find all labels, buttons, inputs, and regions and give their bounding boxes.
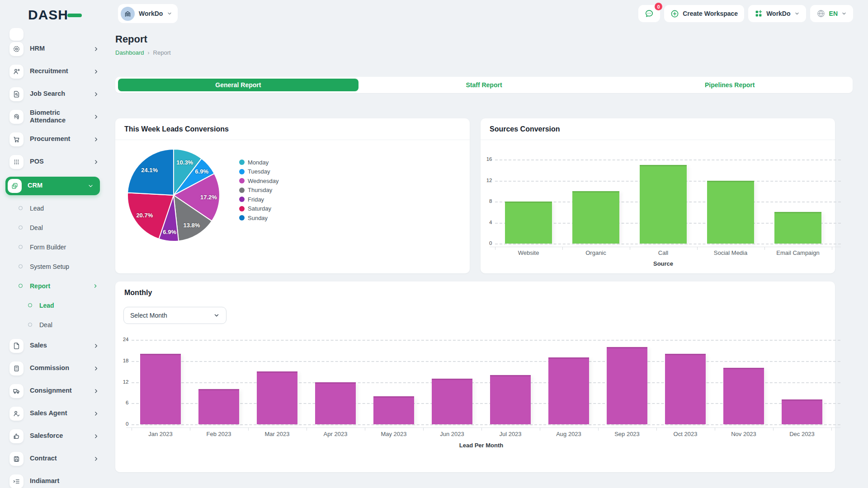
sidebar-item-label: Consignment (30, 387, 83, 394)
bar-social-media[interactable] (707, 181, 754, 244)
sidebar-item-consignment[interactable]: Consignment (0, 380, 105, 402)
building-icon (124, 10, 132, 18)
axis-tick (832, 247, 832, 250)
bar-apr-2023[interactable] (315, 382, 356, 425)
bar-organic[interactable] (572, 191, 619, 244)
axis-tick (190, 427, 190, 431)
sidebar-item-sales-agent[interactable]: Sales Agent (0, 402, 105, 425)
sidebar-subitem-label: Lead (39, 302, 54, 309)
xtick-nov-2023: Nov 2023 (731, 431, 756, 437)
sidebar-item-crm[interactable]: CRM (0, 173, 105, 198)
monthly-card: Monthly Select Month 06121824Jan 2023Feb… (115, 282, 835, 472)
bullet-icon (28, 303, 32, 307)
x-axis-title: Source (653, 260, 673, 267)
sidebar-item-pos[interactable]: POS (0, 150, 105, 173)
bar-feb-2023[interactable] (198, 389, 239, 424)
tab-staff-report[interactable]: Staff Report (466, 81, 502, 89)
legend-dot-icon (239, 160, 245, 165)
sidebar-subitem-deal-l2[interactable]: Deal (0, 315, 105, 334)
x-axis-title: Lead Per Month (459, 442, 504, 449)
sidebar-item-hrm[interactable]: HRM (0, 38, 105, 60)
bar-call[interactable] (640, 165, 687, 244)
sidebar-subitem-lead-l2[interactable]: Lead (0, 296, 105, 315)
chevron-right-icon (93, 114, 99, 120)
sidebar-subitem-form-builder-l1[interactable]: Form Builder (0, 237, 105, 257)
sidebar-item-label: Sales Agent (30, 409, 83, 417)
workspace-switcher-button[interactable]: WorkDo (118, 4, 178, 23)
gridline-18 (132, 361, 840, 362)
language-code: EN (829, 10, 838, 17)
pie-slice-value-sunday: 24.1% (141, 166, 158, 173)
page-content: Report Dashboard › Report General Report… (105, 27, 868, 472)
sidebar-subitem-system-setup-l1[interactable]: System Setup (0, 257, 105, 276)
language-button[interactable]: EN (810, 5, 853, 22)
chevron-right-icon (93, 411, 99, 417)
sidebar-item-commission[interactable]: Commission (0, 357, 105, 380)
report-tabs: General Report Staff Report Pipelines Re… (115, 77, 853, 93)
sidebar-item-salesforce[interactable]: Salesforce (0, 425, 105, 447)
bar-sep-2023[interactable] (607, 347, 647, 424)
contract-icon (9, 452, 24, 466)
bar-nov-2023[interactable] (723, 368, 764, 424)
sidebar-subitem-report-l1[interactable]: Report (0, 276, 105, 296)
legend-label: Thursday (248, 187, 272, 193)
consignment-icon (9, 384, 24, 398)
job-search-icon (9, 87, 24, 101)
bar-jan-2023[interactable] (140, 354, 181, 424)
create-workspace-button[interactable]: Create Workspace (664, 5, 744, 22)
bar-jun-2023[interactable] (432, 379, 472, 424)
gridline-0 (132, 424, 840, 425)
gridline-24 (132, 340, 840, 341)
xtick-email-campaign: Email Campaign (776, 249, 819, 256)
tab-general-report[interactable]: General Report (118, 79, 359, 91)
apps-menu-button[interactable]: WorkDo (748, 5, 806, 22)
sidebar-subitem-label: Lead (30, 205, 44, 212)
bar-jul-2023[interactable] (490, 375, 531, 424)
workspace-avatar (121, 7, 135, 21)
sidebar-item-contract[interactable]: Contract (0, 447, 105, 470)
brand-logo[interactable]: DASH (28, 7, 68, 23)
sidebar-item-label: Commission (30, 364, 83, 372)
sidebar-item-label: Recruitment (30, 67, 83, 75)
pie-slice-value-wednesday: 17.2% (200, 194, 217, 201)
bullet-icon (19, 264, 23, 268)
sidebar-item-recruitment[interactable]: Recruitment (0, 60, 105, 83)
chevron-down-icon (167, 11, 172, 16)
xtick-jun-2023: Jun 2023 (440, 431, 464, 437)
sidebar-subitem-lead-l1[interactable]: Lead (0, 198, 105, 218)
legend-dot-icon (239, 206, 245, 211)
bar-website[interactable] (505, 202, 552, 244)
sidebar-active-pill: CRM (5, 177, 100, 195)
legend-dot-icon (239, 178, 245, 183)
tab-pipelines-report[interactable]: Pipelines Report (705, 81, 755, 89)
sales-icon (9, 339, 24, 353)
ytick-18: 18 (115, 358, 129, 363)
sidebar-item-sales[interactable]: Sales (0, 334, 105, 357)
bar-email-campaign[interactable] (774, 212, 821, 244)
sidebar-item-procurement[interactable]: Procurement (0, 128, 105, 150)
bar-mar-2023[interactable] (257, 371, 297, 424)
monthly-bar-chart: 06121824Jan 2023Feb 2023Mar 2023Apr 2023… (115, 282, 835, 472)
pie-slice-value-friday: 6.9% (163, 229, 176, 235)
bar-aug-2023[interactable] (548, 357, 589, 424)
sidebar-subitem-deal-l1[interactable]: Deal (0, 218, 105, 237)
breadcrumb-dashboard-link[interactable]: Dashboard (115, 49, 144, 56)
leads-card-header: This Week Leads Conversions (115, 118, 470, 140)
legend-item-friday: Friday (239, 195, 278, 204)
x-axis-line (490, 247, 841, 247)
messages-button[interactable]: 0 (638, 5, 660, 22)
bar-dec-2023[interactable] (782, 399, 822, 424)
topbar-actions: 0 Create Workspace WorkDo EN (638, 5, 853, 22)
sidebar-item-indiamart[interactable]: Indiamart (0, 470, 105, 488)
sidebar-item-job-search[interactable]: Job Search (0, 83, 105, 105)
biometric-attendance-icon (9, 110, 24, 124)
sidebar-item-label: HRM (30, 45, 83, 52)
sidebar-item-biometric-attendance[interactable]: Biometric Attendance (0, 105, 105, 128)
apps-grid-icon (755, 9, 763, 18)
bullet-icon (19, 245, 23, 249)
brand-logo-dash (67, 14, 82, 17)
bar-oct-2023[interactable] (665, 354, 706, 424)
xtick-jan-2023: Jan 2023 (148, 431, 173, 437)
bar-may-2023[interactable] (373, 396, 414, 424)
chevron-right-icon (93, 46, 99, 52)
